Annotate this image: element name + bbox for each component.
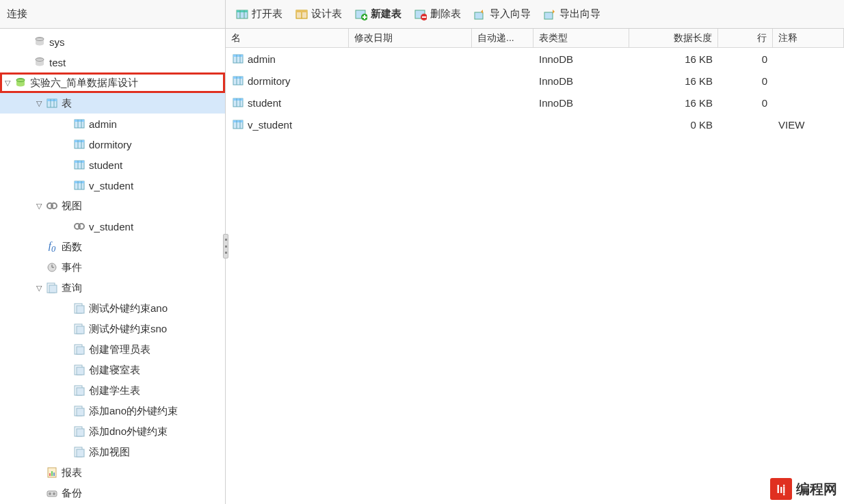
tree-item-student[interactable]: student [0,155,225,175]
export-wizard-icon [543,8,557,21]
svg-rect-66 [77,449,84,457]
view-grp-icon [45,200,59,212]
watermark-badge: lıị [770,478,792,500]
tree-item-sys[interactable]: sys [0,31,225,52]
col-datalength[interactable]: 数据长度 [629,29,718,47]
tree-item-表[interactable]: ▽表 [0,93,225,114]
svg-rect-87 [233,120,243,122]
svg-rect-69 [51,471,53,476]
tree-item-实验六_简单数据库设计[interactable]: ▽实验六_简单数据库设计 [0,72,225,93]
watermark: lıị 编程网 [770,478,837,500]
new-table-button[interactable]: 新建表 [350,6,406,23]
cell-name-text: admin [248,53,276,65]
export-wizard-button[interactable]: 导出向导 [539,6,605,23]
tree-item-事件[interactable]: 事件 [0,257,225,278]
svg-rect-39 [75,181,84,183]
cell-rows: 0 [718,75,773,87]
table-row[interactable]: adminInnoDB16 KB0 [226,48,844,70]
query-icon [72,446,86,458]
table-row[interactable]: v_student0 KBVIEW [226,114,844,135]
svg-rect-79 [233,77,243,79]
tree-item-admin[interactable]: admin [0,114,225,134]
tree-item-创建管理员表[interactable]: 创建管理员表 [0,339,225,360]
svg-rect-5 [296,10,307,12]
col-comment[interactable]: 注释 [773,29,844,47]
tree-item-test[interactable]: test [0,52,225,72]
table-row[interactable]: dormitoryInnoDB16 KB0 [226,70,844,92]
svg-rect-75 [233,55,243,57]
tree-item-label: 添加ano的外键约束 [88,405,178,418]
tree-item-label: 函数 [60,241,82,254]
tree-item-添加视图[interactable]: 添加视图 [0,442,225,462]
cell-name-text: v_student [248,119,292,131]
tree-item-创建学生表[interactable]: 创建学生表 [0,380,225,401]
tree-item-label: 报表 [60,466,82,479]
col-modified[interactable]: 修改日期 [349,29,472,47]
tree-item-label: 测试外键约束sno [88,323,167,336]
table-icon [231,96,245,109]
cell-length-text: 16 KB [685,97,713,109]
splitter-handle[interactable] [223,234,228,258]
table-row[interactable]: studentInnoDB16 KB0 [226,92,844,114]
design-table-button[interactable]: 设计表 [291,6,346,23]
tree-item-dormitory[interactable]: dormitory [0,134,225,155]
tree-item-label: 创建学生表 [88,384,140,397]
toolbar: 打开表 设计表 新建表 删除表 导入向导 导出向导 [226,0,844,28]
tree-item-label: student [88,159,122,171]
import-wizard-button[interactable]: 导入向导 [469,6,535,23]
col-tabletype[interactable]: 表类型 [533,29,629,47]
tree-item-创建寝室表[interactable]: 创建寝室表 [0,360,225,380]
table-header-row: 名 修改日期 自动递... 表类型 数据长度 行 注释 [226,29,844,48]
tree-item-label: v_student [88,221,133,233]
tree-item-label: 事件 [60,261,82,274]
cell-length: 16 KB [629,97,718,109]
cell-name: student [226,96,349,109]
svg-rect-64 [77,429,84,436]
svg-rect-14 [475,12,483,19]
table-icon [231,52,245,66]
cell-name-text: student [248,97,281,109]
tree-item-视图[interactable]: ▽视图 [0,196,225,216]
db-grey-icon [33,56,47,68]
table-new-icon [354,8,368,21]
col-autoinc[interactable]: 自动递... [472,29,533,47]
import-wizard-icon [473,8,487,21]
delete-table-button[interactable]: 删除表 [410,6,465,23]
chevron-down-icon[interactable]: ▽ [34,202,44,211]
tree-item-函数[interactable]: f0函数 [0,237,225,257]
tree-item-label: 创建寝室表 [88,364,140,377]
query-icon [72,343,86,356]
table-icon [72,138,86,150]
open-table-label: 打开表 [252,8,282,21]
cell-rows-text: 0 [762,97,767,109]
tree-item-测试外键约束sno[interactable]: 测试外键约束sno [0,319,225,339]
tree-item-备份[interactable]: 备份 [0,483,225,503]
svg-rect-1 [237,10,248,12]
cell-type-text: InnoDB [539,75,573,87]
tree-item-测试外键约束ano[interactable]: 测试外键约束ano [0,298,225,319]
open-table-button[interactable]: 打开表 [231,6,287,23]
tree-item-v_student[interactable]: v_student [0,175,225,196]
tree-item-label: 备份 [60,487,82,500]
chevron-down-icon[interactable]: ▽ [34,284,44,293]
svg-rect-31 [75,140,84,142]
tree-item-查询[interactable]: ▽查询 [0,278,225,298]
cell-type-text: InnoDB [539,53,573,65]
tree-item-报表[interactable]: 报表 [0,462,225,483]
cell-length: 0 KB [629,119,718,131]
cell-type: InnoDB [533,75,629,87]
tree-item-添加dno外键约束[interactable]: 添加dno外键约束 [0,421,225,442]
chevron-down-icon[interactable]: ▽ [3,79,12,88]
design-table-label: 设计表 [311,8,342,21]
query-icon [72,384,86,397]
svg-rect-83 [233,98,243,101]
tree-item-v_student[interactable]: v_student [0,216,225,237]
chevron-down-icon[interactable]: ▽ [34,99,44,108]
event-icon [45,261,59,274]
table-design-icon [295,8,308,21]
col-rows[interactable]: 行 [718,29,773,47]
cell-comment: VIEW [773,119,844,131]
col-name[interactable]: 名 [226,29,349,47]
tree-item-添加ano的外键约束[interactable]: 添加ano的外键约束 [0,401,225,421]
db-green-icon [14,77,27,89]
